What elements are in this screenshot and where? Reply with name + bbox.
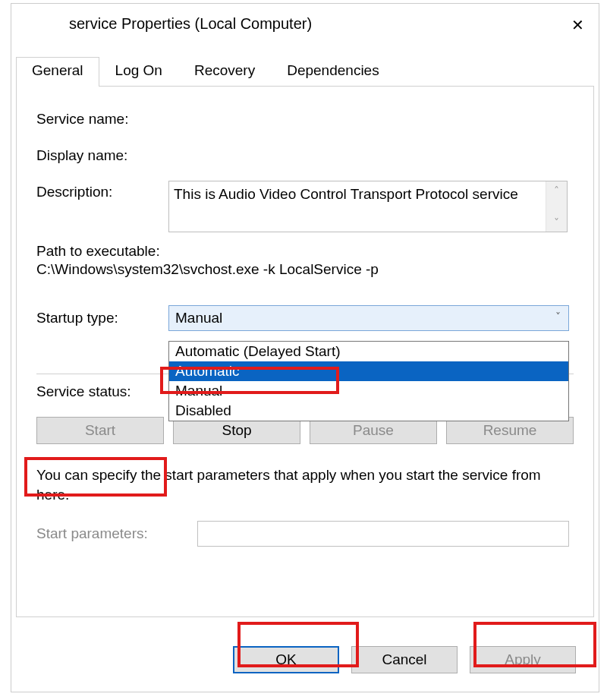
- cancel-button[interactable]: Cancel: [351, 646, 458, 673]
- chevron-down-icon: ˅: [555, 311, 561, 323]
- startup-label: Startup type:: [36, 310, 168, 326]
- titlebar: service Properties (Local Computer) ✕: [11, 4, 599, 43]
- service-name-label: Service name:: [36, 108, 168, 128]
- option-automatic[interactable]: Automatic: [169, 361, 568, 381]
- service-name-row: Service name:: [36, 108, 574, 128]
- tab-panel-general: Service name: Display name: Description:…: [16, 86, 594, 617]
- startup-dropdown[interactable]: Automatic (Delayed Start) Automatic Manu…: [168, 341, 569, 421]
- close-icon: ✕: [571, 17, 584, 33]
- start-params-input: [197, 521, 569, 547]
- tab-general[interactable]: General: [16, 57, 99, 87]
- description-scrollbar[interactable]: ˄ ˅: [546, 181, 567, 232]
- start-params-label: Start parameters:: [36, 525, 197, 542]
- description-text: This is Audio Video Control Transport Pr…: [169, 181, 546, 232]
- properties-window: service Properties (Local Computer) ✕ Ge…: [11, 3, 599, 692]
- description-label: Description:: [36, 181, 168, 200]
- path-value: C:\Windows\system32\svchost.exe -k Local…: [36, 261, 574, 278]
- dialog-buttons: OK Cancel Apply: [233, 646, 576, 673]
- close-button[interactable]: ✕: [562, 10, 593, 40]
- option-disabled[interactable]: Disabled: [169, 401, 568, 421]
- scroll-up-icon[interactable]: ˄: [554, 184, 559, 197]
- startup-selected-value: Manual: [175, 310, 222, 326]
- option-manual[interactable]: Manual: [169, 381, 568, 401]
- description-box: This is Audio Video Control Transport Pr…: [168, 181, 568, 232]
- startup-type-combo[interactable]: Manual ˅: [168, 305, 569, 331]
- display-name-row: Display name:: [36, 144, 574, 164]
- display-name-label: Display name:: [36, 144, 168, 164]
- startup-row: Startup type: Manual ˅: [36, 305, 574, 331]
- tab-logon[interactable]: Log On: [99, 57, 178, 87]
- scroll-down-icon[interactable]: ˅: [554, 216, 559, 229]
- explain-text: You can specify the start parameters tha…: [36, 465, 574, 504]
- description-row: Description: This is Audio Video Control…: [36, 181, 574, 232]
- path-block: Path to executable: C:\Windows\system32\…: [36, 243, 574, 278]
- path-label: Path to executable:: [36, 243, 574, 260]
- start-button[interactable]: Start: [36, 417, 164, 444]
- start-params-row: Start parameters:: [36, 521, 574, 547]
- tab-recovery[interactable]: Recovery: [178, 57, 271, 87]
- option-delayed[interactable]: Automatic (Delayed Start): [169, 342, 568, 361]
- ok-button[interactable]: OK: [233, 646, 339, 673]
- tabs-bar: General Log On Recovery Dependencies: [11, 57, 599, 87]
- tab-dependencies[interactable]: Dependencies: [271, 57, 395, 87]
- window-title: service Properties (Local Computer): [69, 15, 312, 33]
- status-label: Service status:: [36, 383, 168, 400]
- apply-button[interactable]: Apply: [470, 646, 576, 673]
